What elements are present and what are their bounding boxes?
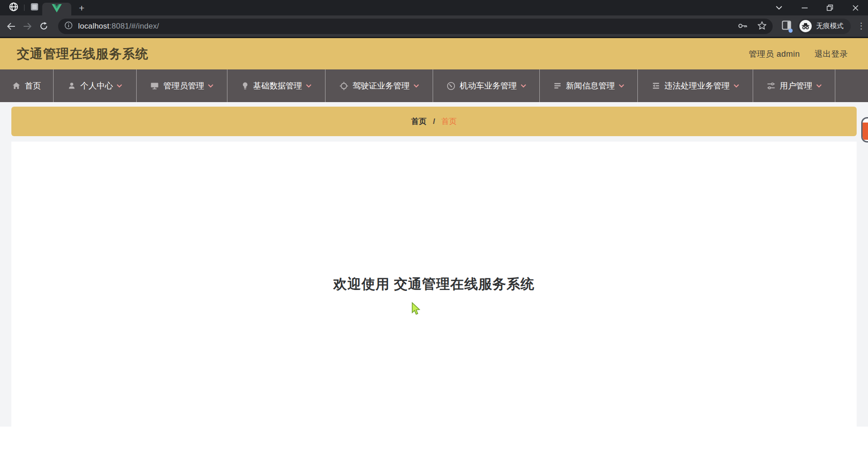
fold-icon	[652, 82, 660, 89]
breadcrumb-separator: /	[433, 117, 435, 126]
chevron-down-icon	[414, 84, 419, 88]
edge-scroll-widget-fill	[863, 123, 868, 140]
header-user-area: 管理员 admin 退出登录	[749, 49, 848, 59]
nav-item-user-mgmt[interactable]: 用户管理	[753, 69, 835, 102]
chevron-down-icon	[117, 84, 122, 88]
forward-button[interactable]	[19, 18, 35, 34]
aim-icon	[340, 82, 348, 90]
chevron-down-icon	[816, 84, 822, 88]
mouse-cursor	[410, 302, 422, 318]
chevron-down-icon	[306, 84, 311, 88]
nav-label: 违法处理业务管理	[665, 80, 730, 91]
url-host: localhost	[78, 22, 109, 30]
nav-label: 用户管理	[780, 80, 813, 91]
nav-label: 管理员管理	[163, 80, 204, 91]
list-icon	[553, 82, 562, 89]
nav-item-violation-biz[interactable]: 违法处理业务管理	[638, 69, 753, 102]
nav-item-license-biz[interactable]: 驾驶证业务管理	[326, 69, 433, 102]
nav-label: 基础数据管理	[253, 80, 302, 91]
main-nav: 首页 个人中心 管理员管理 基础数据管理	[0, 69, 868, 102]
page-icon	[30, 3, 39, 13]
reload-button[interactable]	[35, 18, 52, 34]
nav-item-admin-mgmt[interactable]: 管理员管理	[137, 69, 227, 102]
nav-label: 新闻信息管理	[566, 80, 615, 91]
welcome-message: 欢迎使用 交通管理在线服务系统	[333, 275, 534, 294]
nav-label: 个人中心	[80, 80, 113, 91]
side-panel-icon[interactable]	[782, 20, 791, 32]
toolbar-right-cluster: 无痕模式 ⋮	[782, 17, 864, 35]
side-panel-badge-dot	[789, 29, 793, 33]
gauge-icon	[447, 82, 455, 90]
incognito-label: 无痕模式	[816, 22, 843, 30]
sliders-icon	[767, 82, 775, 90]
app-header: 交通管理在线服务系统 管理员 admin 退出登录	[0, 38, 868, 69]
logged-in-user[interactable]: 管理员 admin	[749, 49, 800, 59]
chevron-down-icon	[208, 84, 213, 88]
tab-search-chevron-icon[interactable]	[766, 0, 792, 15]
incognito-icon	[799, 20, 812, 32]
browser-toolbar: localhost:8081/#/index/ 无痕模式	[0, 15, 868, 37]
nav-item-home[interactable]: 首页	[0, 69, 54, 102]
page-bottom-area	[0, 427, 868, 462]
site-info-icon[interactable]	[64, 21, 73, 31]
minimize-button[interactable]	[792, 0, 817, 15]
screen: +	[0, 0, 868, 462]
close-button[interactable]	[843, 0, 868, 15]
tab-blank-page[interactable]	[26, 0, 43, 15]
bulb-icon	[242, 82, 249, 90]
window-controls	[766, 0, 868, 15]
incognito-badge: 无痕模式	[798, 19, 851, 34]
chevron-down-icon	[734, 84, 739, 88]
chevron-down-icon	[521, 84, 526, 88]
url-rest: :8081/#/index/	[109, 22, 159, 30]
monitor-icon	[150, 82, 159, 90]
vue-icon	[52, 4, 62, 15]
nav-item-news-mgmt[interactable]: 新闻信息管理	[540, 69, 638, 102]
nav-label: 驾驶证业务管理	[353, 80, 410, 91]
page-area: 首页 / 首页 欢迎使用 交通管理在线服务系统	[0, 102, 868, 427]
chevron-down-icon	[619, 84, 624, 88]
new-tab-button[interactable]: +	[75, 2, 88, 15]
tab-vue-app-active[interactable]	[42, 3, 71, 15]
back-button[interactable]	[3, 18, 19, 34]
content-card: 欢迎使用 交通管理在线服务系统	[11, 142, 857, 427]
restore-button[interactable]	[817, 0, 843, 15]
bookmark-star-icon[interactable]	[758, 21, 766, 31]
home-icon	[12, 82, 20, 90]
nav-item-base-data[interactable]: 基础数据管理	[227, 69, 326, 102]
user-icon	[68, 82, 76, 90]
breadcrumb-home-link[interactable]: 首页	[411, 116, 427, 127]
nav-item-profile[interactable]: 个人中心	[54, 69, 137, 102]
nav-label: 首页	[25, 80, 41, 91]
breadcrumb: 首页 / 首页	[11, 107, 857, 136]
nav-label: 机动车业务管理	[460, 80, 517, 91]
omnibox-actions	[738, 19, 766, 34]
globe-icon	[9, 2, 19, 14]
password-key-icon[interactable]	[738, 22, 748, 30]
address-bar[interactable]: localhost:8081/#/index/	[58, 19, 773, 34]
tab-separator	[24, 5, 25, 11]
breadcrumb-current: 首页	[441, 116, 457, 127]
logout-link[interactable]: 退出登录	[814, 49, 848, 59]
url-text: localhost:8081/#/index/	[78, 22, 159, 31]
browser-menu-icon[interactable]: ⋮	[857, 25, 864, 27]
edge-scroll-widget[interactable]	[861, 117, 868, 143]
browser-tab-strip: +	[0, 0, 868, 15]
nav-item-vehicle-biz[interactable]: 机动车业务管理	[433, 69, 540, 102]
tab-incognito-globe[interactable]	[4, 0, 24, 15]
app-title: 交通管理在线服务系统	[17, 45, 148, 63]
